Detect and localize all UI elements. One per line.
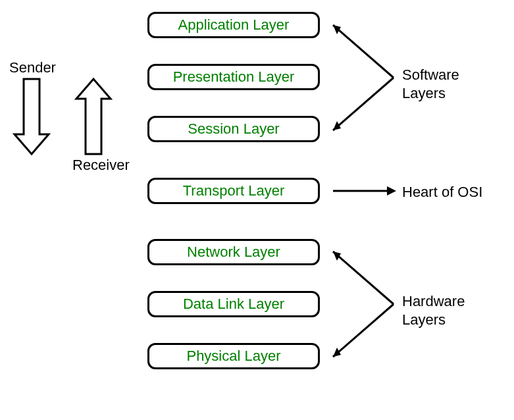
layer-session-label: Session Layer (188, 120, 279, 138)
sender-arrow-icon (14, 79, 49, 154)
layer-physical-label: Physical Layer (186, 348, 280, 365)
svg-marker-8 (333, 251, 341, 261)
svg-marker-2 (333, 25, 341, 34)
layer-network-label: Network Layer (187, 244, 280, 261)
svg-line-7 (333, 304, 394, 357)
hardware-layers-bracket (333, 251, 394, 357)
heart-of-osi-arrow (333, 186, 396, 196)
svg-line-0 (333, 25, 394, 78)
layer-application: Application Layer (147, 12, 320, 38)
receiver-label: Receiver (72, 156, 130, 174)
layer-transport-label: Transport Layer (183, 182, 284, 199)
svg-marker-9 (333, 348, 341, 357)
heart-of-osi-label: Heart of OSI (402, 183, 482, 201)
layer-network: Network Layer (147, 239, 320, 265)
software-layers-label: Software Layers (402, 66, 459, 102)
layer-presentation-label: Presentation Layer (173, 68, 295, 86)
layer-transport: Transport Layer (147, 178, 320, 204)
svg-marker-3 (333, 121, 341, 130)
layer-datalink-label: Data Link Layer (183, 296, 284, 313)
svg-line-6 (333, 251, 394, 304)
software-layers-bracket (333, 25, 394, 130)
receiver-arrow-icon (76, 79, 111, 154)
layer-physical: Physical Layer (147, 343, 320, 369)
hardware-layers-label: Hardware Layers (402, 292, 465, 328)
layer-session: Session Layer (147, 116, 320, 142)
sender-label: Sender (9, 59, 56, 77)
layer-datalink: Data Link Layer (147, 291, 320, 317)
svg-marker-5 (387, 186, 396, 196)
layer-application-label: Application Layer (178, 16, 290, 34)
svg-line-1 (333, 78, 394, 130)
layer-presentation: Presentation Layer (147, 64, 320, 90)
